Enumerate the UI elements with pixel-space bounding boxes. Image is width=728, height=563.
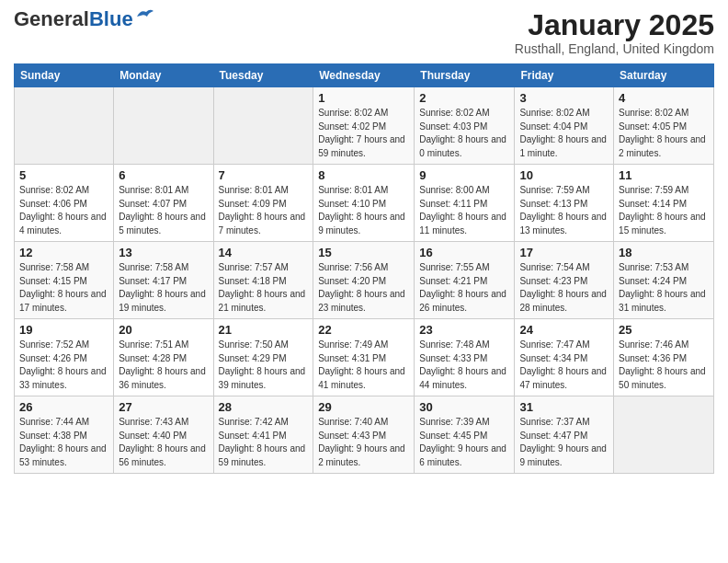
calendar-cell: 15Sunrise: 7:56 AM Sunset: 4:20 PM Dayli… — [313, 242, 415, 319]
day-number: 5 — [19, 168, 108, 182]
day-info: Sunrise: 8:01 AM Sunset: 4:07 PM Dayligh… — [119, 184, 208, 237]
calendar-cell: 17Sunrise: 7:54 AM Sunset: 4:23 PM Dayli… — [515, 242, 614, 319]
day-number: 13 — [119, 246, 208, 259]
day-number: 17 — [519, 246, 609, 259]
day-info: Sunrise: 7:46 AM Sunset: 4:36 PM Dayligh… — [619, 339, 709, 392]
day-number: 1 — [318, 91, 409, 105]
weekday-header-tuesday: Tuesday — [213, 64, 313, 87]
day-number: 8 — [318, 168, 409, 182]
calendar-cell: 10Sunrise: 7:59 AM Sunset: 4:13 PM Dayli… — [515, 165, 614, 242]
day-info: Sunrise: 7:59 AM Sunset: 4:13 PM Dayligh… — [519, 184, 609, 237]
day-number: 11 — [619, 168, 709, 182]
day-number: 18 — [619, 246, 709, 259]
day-info: Sunrise: 7:42 AM Sunset: 4:41 PM Dayligh… — [219, 416, 309, 469]
day-number: 10 — [519, 168, 609, 182]
day-info: Sunrise: 7:58 AM Sunset: 4:15 PM Dayligh… — [19, 261, 108, 315]
weekday-header-friday: Friday — [515, 64, 614, 87]
calendar-cell: 12Sunrise: 7:58 AM Sunset: 4:15 PM Dayli… — [15, 242, 114, 319]
day-info: Sunrise: 7:51 AM Sunset: 4:28 PM Dayligh… — [119, 339, 208, 392]
day-info: Sunrise: 7:56 AM Sunset: 4:20 PM Dayligh… — [318, 261, 409, 315]
calendar-cell: 24Sunrise: 7:47 AM Sunset: 4:34 PM Dayli… — [515, 319, 614, 396]
calendar-cell: 3Sunrise: 8:02 AM Sunset: 4:04 PM Daylig… — [515, 87, 614, 165]
day-info: Sunrise: 7:43 AM Sunset: 4:40 PM Dayligh… — [119, 416, 208, 469]
day-number: 3 — [519, 91, 609, 105]
day-number: 30 — [419, 400, 509, 414]
calendar-cell: 25Sunrise: 7:46 AM Sunset: 4:36 PM Dayli… — [614, 319, 714, 396]
day-number: 9 — [419, 168, 509, 182]
day-number: 20 — [119, 323, 208, 337]
calendar-week-row: 12Sunrise: 7:58 AM Sunset: 4:15 PM Dayli… — [15, 242, 714, 319]
calendar-cell: 29Sunrise: 7:40 AM Sunset: 4:43 PM Dayli… — [313, 396, 415, 474]
day-info: Sunrise: 8:02 AM Sunset: 4:03 PM Dayligh… — [419, 107, 509, 160]
logo: GeneralBlue — [14, 9, 155, 29]
calendar-cell: 23Sunrise: 7:48 AM Sunset: 4:33 PM Dayli… — [415, 319, 515, 396]
day-info: Sunrise: 8:02 AM Sunset: 4:04 PM Dayligh… — [519, 107, 609, 160]
day-info: Sunrise: 7:44 AM Sunset: 4:38 PM Dayligh… — [19, 416, 108, 469]
calendar-cell — [15, 87, 114, 165]
day-number: 31 — [519, 400, 609, 414]
calendar-cell: 8Sunrise: 8:01 AM Sunset: 4:10 PM Daylig… — [313, 165, 415, 242]
calendar-week-row: 26Sunrise: 7:44 AM Sunset: 4:38 PM Dayli… — [15, 396, 714, 474]
day-number: 14 — [219, 246, 309, 259]
calendar-cell: 14Sunrise: 7:57 AM Sunset: 4:18 PM Dayli… — [213, 242, 313, 319]
calendar-cell: 26Sunrise: 7:44 AM Sunset: 4:38 PM Dayli… — [15, 396, 114, 474]
calendar-cell: 27Sunrise: 7:43 AM Sunset: 4:40 PM Dayli… — [114, 396, 213, 474]
day-info: Sunrise: 7:53 AM Sunset: 4:24 PM Dayligh… — [619, 261, 709, 315]
day-info: Sunrise: 8:02 AM Sunset: 4:06 PM Dayligh… — [19, 184, 108, 237]
day-number: 21 — [219, 323, 309, 337]
day-number: 19 — [19, 323, 108, 337]
calendar-cell: 7Sunrise: 8:01 AM Sunset: 4:09 PM Daylig… — [213, 165, 313, 242]
weekday-header-saturday: Saturday — [614, 64, 714, 87]
day-info: Sunrise: 7:47 AM Sunset: 4:34 PM Dayligh… — [519, 339, 609, 392]
day-info: Sunrise: 8:02 AM Sunset: 4:05 PM Dayligh… — [619, 107, 709, 160]
day-info: Sunrise: 7:55 AM Sunset: 4:21 PM Dayligh… — [419, 261, 509, 315]
day-number: 25 — [619, 323, 709, 337]
day-info: Sunrise: 8:02 AM Sunset: 4:02 PM Dayligh… — [318, 107, 409, 160]
calendar-cell: 22Sunrise: 7:49 AM Sunset: 4:31 PM Dayli… — [313, 319, 415, 396]
day-info: Sunrise: 7:49 AM Sunset: 4:31 PM Dayligh… — [318, 339, 409, 392]
calendar-cell: 2Sunrise: 8:02 AM Sunset: 4:03 PM Daylig… — [415, 87, 515, 165]
weekday-header-sunday: Sunday — [15, 64, 114, 87]
calendar-cell: 21Sunrise: 7:50 AM Sunset: 4:29 PM Dayli… — [213, 319, 313, 396]
day-info: Sunrise: 7:52 AM Sunset: 4:26 PM Dayligh… — [19, 339, 108, 392]
calendar-cell: 11Sunrise: 7:59 AM Sunset: 4:14 PM Dayli… — [614, 165, 714, 242]
day-number: 28 — [219, 400, 309, 414]
calendar-week-row: 5Sunrise: 8:02 AM Sunset: 4:06 PM Daylig… — [15, 165, 714, 242]
calendar-cell: 9Sunrise: 8:00 AM Sunset: 4:11 PM Daylig… — [415, 165, 515, 242]
day-info: Sunrise: 8:00 AM Sunset: 4:11 PM Dayligh… — [419, 184, 509, 237]
location: Rusthall, England, United Kingdom — [515, 41, 714, 56]
calendar-cell: 1Sunrise: 8:02 AM Sunset: 4:02 PM Daylig… — [313, 87, 415, 165]
day-info: Sunrise: 8:01 AM Sunset: 4:10 PM Dayligh… — [318, 184, 409, 237]
day-info: Sunrise: 7:48 AM Sunset: 4:33 PM Dayligh… — [419, 339, 509, 392]
day-number: 27 — [119, 400, 208, 414]
day-number: 6 — [119, 168, 208, 182]
calendar-week-row: 19Sunrise: 7:52 AM Sunset: 4:26 PM Dayli… — [15, 319, 714, 396]
day-number: 16 — [419, 246, 509, 259]
logo-text: GeneralBlue — [14, 9, 133, 29]
day-number: 2 — [419, 91, 509, 105]
calendar-cell: 30Sunrise: 7:39 AM Sunset: 4:45 PM Dayli… — [415, 396, 515, 474]
day-info: Sunrise: 7:50 AM Sunset: 4:29 PM Dayligh… — [219, 339, 309, 392]
calendar-cell — [614, 396, 714, 474]
logo-bird-icon — [135, 7, 155, 24]
day-number: 4 — [619, 91, 709, 105]
calendar-cell: 5Sunrise: 8:02 AM Sunset: 4:06 PM Daylig… — [15, 165, 114, 242]
calendar-cell: 20Sunrise: 7:51 AM Sunset: 4:28 PM Dayli… — [114, 319, 213, 396]
calendar-cell: 13Sunrise: 7:58 AM Sunset: 4:17 PM Dayli… — [114, 242, 213, 319]
calendar-cell — [213, 87, 313, 165]
calendar-cell: 19Sunrise: 7:52 AM Sunset: 4:26 PM Dayli… — [15, 319, 114, 396]
day-number: 12 — [19, 246, 108, 259]
day-info: Sunrise: 7:37 AM Sunset: 4:47 PM Dayligh… — [519, 416, 609, 469]
day-info: Sunrise: 8:01 AM Sunset: 4:09 PM Dayligh… — [219, 184, 309, 237]
day-number: 22 — [318, 323, 409, 337]
day-number: 15 — [318, 246, 409, 259]
day-number: 7 — [219, 168, 309, 182]
day-number: 29 — [318, 400, 409, 414]
page-header: GeneralBlue January 2025 Rusthall, Engla… — [14, 9, 714, 56]
title-block: January 2025 Rusthall, England, United K… — [515, 9, 714, 56]
weekday-header-wednesday: Wednesday — [313, 64, 415, 87]
calendar-cell: 31Sunrise: 7:37 AM Sunset: 4:47 PM Dayli… — [515, 396, 614, 474]
day-info: Sunrise: 7:40 AM Sunset: 4:43 PM Dayligh… — [318, 416, 409, 469]
calendar-cell: 4Sunrise: 8:02 AM Sunset: 4:05 PM Daylig… — [614, 87, 714, 165]
day-info: Sunrise: 7:58 AM Sunset: 4:17 PM Dayligh… — [119, 261, 208, 315]
